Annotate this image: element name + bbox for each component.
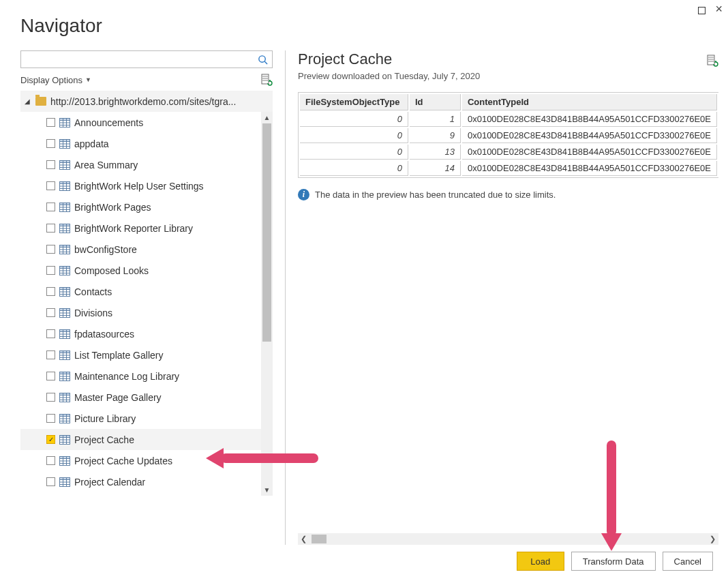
tree-item[interactable]: BrightWork Pages: [20, 196, 261, 218]
vertical-scrollbar[interactable]: ▲ ▼: [261, 112, 273, 496]
panel-divider: [285, 50, 286, 545]
checkbox[interactable]: [46, 287, 55, 296]
tree-item-label: Divisions: [74, 308, 112, 318]
tree-item[interactable]: Divisions: [20, 302, 261, 323]
tree-item[interactable]: bwConfigStore: [20, 239, 261, 260]
table-icon: [59, 350, 70, 360]
tree-item[interactable]: Contacts: [20, 281, 261, 302]
table-cell: 0: [300, 161, 408, 176]
hscroll-thumb[interactable]: [312, 535, 327, 543]
table-row[interactable]: 090x0100DE028C8E43D841B8B44A95A501CCFD33…: [300, 128, 717, 143]
navigator-panel: Display Options ▼ ◢ http://2013.brightwo…: [0, 50, 273, 545]
table-icon: [59, 224, 70, 233]
refresh-icon[interactable]: [260, 74, 273, 86]
svg-rect-88: [60, 414, 70, 416]
display-options-dropdown[interactable]: Display Options ▼: [20, 75, 91, 85]
table-cell: 0x0100DE028C8E43D841B8B44A95A501CCFD3300…: [462, 128, 717, 143]
checkbox[interactable]: [46, 372, 55, 380]
scroll-right-icon[interactable]: ❯: [707, 533, 718, 545]
tree-item[interactable]: Project Cache Updates: [20, 450, 261, 471]
svg-rect-40: [60, 245, 70, 247]
tree-item-label: appdata: [74, 138, 109, 149]
tree-item[interactable]: appdata: [20, 133, 261, 154]
table-icon: [59, 477, 70, 487]
svg-rect-100: [60, 456, 70, 458]
tree-item-label: BrightWork Help User Settings: [74, 181, 204, 192]
table-row[interactable]: 010x0100DE028C8E43D841B8B44A95A501CCFD33…: [300, 112, 717, 127]
search-input[interactable]: [20, 50, 273, 68]
tree-item-label: BrightWork Reporter Library: [74, 223, 193, 234]
checkbox[interactable]: [46, 181, 55, 190]
tree-root[interactable]: ◢ http://2013.brightworkdemo.com/sites/t…: [20, 91, 273, 112]
scroll-left-icon[interactable]: ❮: [298, 533, 309, 545]
transform-data-button[interactable]: Transform Data: [571, 552, 656, 571]
display-options-label: Display Options: [20, 75, 82, 85]
tree-item[interactable]: Master Page Gallery: [20, 387, 261, 408]
column-header[interactable]: FileSystemObjectType: [300, 94, 408, 110]
table-row[interactable]: 0130x0100DE028C8E43D841B8B44A95A501CCFD3…: [300, 145, 717, 160]
preview-title: Project Cache: [298, 50, 392, 68]
checkbox[interactable]: [46, 118, 55, 127]
table-icon: [59, 181, 70, 191]
tree-item-label: Project Calendar: [74, 477, 145, 488]
tree-item-label: Contacts: [74, 286, 112, 297]
tree-item[interactable]: fpdatasources: [20, 323, 261, 344]
table-cell: 13: [410, 145, 461, 160]
tree-item-label: Area Summary: [74, 160, 138, 170]
column-header[interactable]: Id: [410, 94, 461, 110]
tree-item[interactable]: BrightWork Help User Settings: [20, 175, 261, 196]
table-row[interactable]: 0140x0100DE028C8E43D841B8B44A95A501CCFD3…: [300, 161, 717, 176]
svg-rect-58: [60, 308, 70, 310]
column-header[interactable]: ContentTypeId: [462, 94, 717, 110]
close-icon[interactable]: ×: [715, 5, 723, 16]
table-icon: [59, 372, 70, 381]
table-icon: [59, 203, 70, 212]
checkbox[interactable]: [46, 393, 55, 402]
checkbox[interactable]: [46, 477, 55, 486]
checkbox[interactable]: [46, 139, 55, 148]
checkbox[interactable]: [46, 456, 55, 465]
table-cell: 1: [410, 112, 461, 127]
checkbox[interactable]: [46, 350, 55, 359]
tree-item[interactable]: Area Summary: [20, 154, 261, 175]
tree-item[interactable]: Picture Library: [20, 408, 261, 429]
checkbox[interactable]: [46, 329, 55, 338]
scroll-up-icon[interactable]: ▲: [261, 112, 273, 123]
checkbox[interactable]: [46, 224, 55, 233]
tree-item[interactable]: Announcements: [20, 112, 261, 133]
tree-item-label: Composed Looks: [74, 265, 149, 276]
load-button[interactable]: Load: [517, 552, 564, 571]
tree-item[interactable]: List Template Gallery: [20, 344, 261, 365]
chevron-down-icon: ▼: [85, 76, 91, 83]
preview-table: FileSystemObjectType Id ContentTypeId 01…: [298, 92, 718, 178]
tree-item[interactable]: Composed Looks: [20, 260, 261, 281]
checkbox[interactable]: [46, 203, 55, 211]
tree-item[interactable]: BrightWork Reporter Library: [20, 218, 261, 239]
checkbox[interactable]: ✓: [46, 435, 55, 444]
table-cell: 0: [300, 128, 408, 143]
tree-item[interactable]: Maintenance Log Library: [20, 365, 261, 387]
collapse-caret-icon[interactable]: ◢: [25, 98, 31, 105]
maximize-icon[interactable]: [698, 5, 706, 16]
horizontal-scrollbar[interactable]: ❮ ❯: [298, 533, 718, 545]
svg-rect-76: [60, 372, 70, 374]
tree-item[interactable]: Project Calendar: [20, 471, 261, 492]
svg-rect-94: [60, 435, 70, 437]
checkbox[interactable]: [46, 308, 55, 317]
checkbox[interactable]: [46, 160, 55, 169]
svg-rect-52: [60, 287, 70, 289]
table-cell: 9: [410, 128, 461, 143]
cancel-button[interactable]: Cancel: [663, 552, 713, 571]
tree-item[interactable]: Project Status Report Cache: [20, 492, 261, 496]
checkbox[interactable]: [46, 414, 55, 423]
svg-rect-22: [60, 181, 70, 183]
scroll-thumb[interactable]: [262, 123, 271, 342]
preview-refresh-icon[interactable]: [706, 53, 718, 65]
tree-item-label: Master Page Gallery: [74, 392, 162, 403]
scroll-down-icon[interactable]: ▼: [261, 484, 273, 496]
tree-item[interactable]: ✓Project Cache: [20, 429, 261, 450]
checkbox[interactable]: [46, 266, 55, 275]
svg-rect-16: [60, 160, 70, 162]
checkbox[interactable]: [46, 245, 55, 254]
preview-panel: Project Cache Preview downloaded on Tues…: [298, 50, 728, 545]
